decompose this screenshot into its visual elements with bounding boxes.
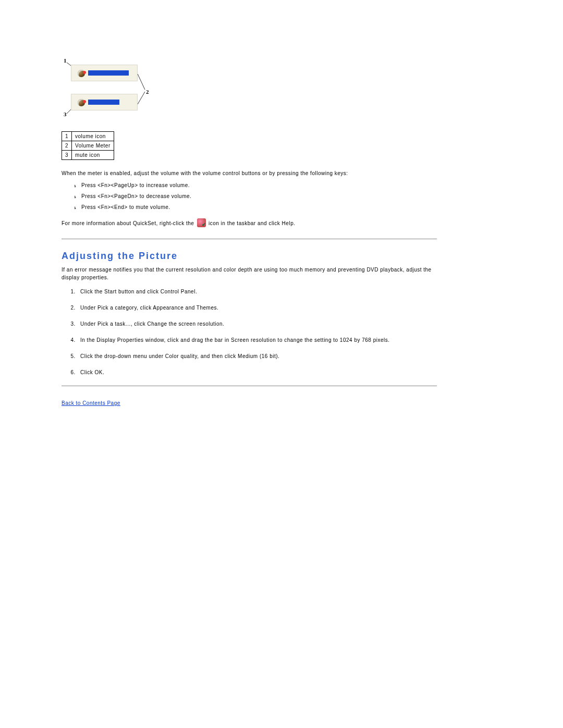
volume-icon <box>78 70 85 77</box>
svg-line-1 <box>138 74 145 90</box>
volume-meter-diagram: 1 2 3 <box>62 57 213 125</box>
quickset-before: For more information about QuickSet, rig… <box>62 220 194 226</box>
legend-text: Volume Meter <box>72 141 114 151</box>
volume-meter-bottom <box>71 94 138 110</box>
document-page: 1 2 3 1 volume icon 2 Volume Meter 3 mut… <box>0 0 468 407</box>
legend-table: 1 volume icon 2 Volume Meter 3 mute icon <box>62 131 114 160</box>
callout-3: 3 <box>64 111 67 117</box>
back-to-contents-link[interactable]: Back to Contents Page <box>62 400 120 406</box>
list-item: Press <Fn><End> to mute volume. <box>76 204 437 210</box>
table-row: 1 volume icon <box>62 132 114 141</box>
legend-text: volume icon <box>72 132 114 141</box>
section-heading: Adjusting the Picture <box>62 251 437 262</box>
list-item: Press <Fn><PageUp> to increase volume. <box>76 182 437 188</box>
divider <box>62 239 437 239</box>
volume-bar-bottom <box>88 100 119 105</box>
quickset-icon <box>197 218 206 227</box>
callout-2: 2 <box>146 89 157 95</box>
volume-bar-top <box>88 70 129 76</box>
list-item: Click the drop-down menu under Color qua… <box>77 353 437 359</box>
list-item: Under Pick a task..., click Change the s… <box>77 321 437 327</box>
volume-meter-top <box>71 65 138 81</box>
legend-num: 3 <box>62 151 72 160</box>
legend-text: mute icon <box>72 151 114 160</box>
callout-1: 1 <box>64 57 67 64</box>
legend-num: 2 <box>62 141 72 151</box>
intro-text: When the meter is enabled, adjust the vo… <box>62 169 437 177</box>
table-row: 2 Volume Meter <box>62 141 114 151</box>
list-item: Click the Start button and click Control… <box>77 289 437 294</box>
list-item: Press <Fn><PageDn> to decrease volume. <box>76 193 437 199</box>
key-list: Press <Fn><PageUp> to increase volume. P… <box>76 182 437 210</box>
steps-list: Click the Start button and click Control… <box>71 289 437 375</box>
mute-icon <box>78 99 85 106</box>
picture-intro: If an error message notifies you that th… <box>62 266 437 281</box>
list-item: Click OK. <box>77 369 437 375</box>
quickset-after: icon in the taskbar and click Help. <box>209 220 295 226</box>
list-item: In the Display Properties window, click … <box>77 337 437 343</box>
list-item: Under Pick a category, click Appearance … <box>77 305 437 311</box>
divider <box>62 386 437 386</box>
table-row: 3 mute icon <box>62 151 114 160</box>
svg-line-2 <box>138 92 145 104</box>
legend-num: 1 <box>62 132 72 141</box>
quickset-text: For more information about QuickSet, rig… <box>62 219 437 228</box>
